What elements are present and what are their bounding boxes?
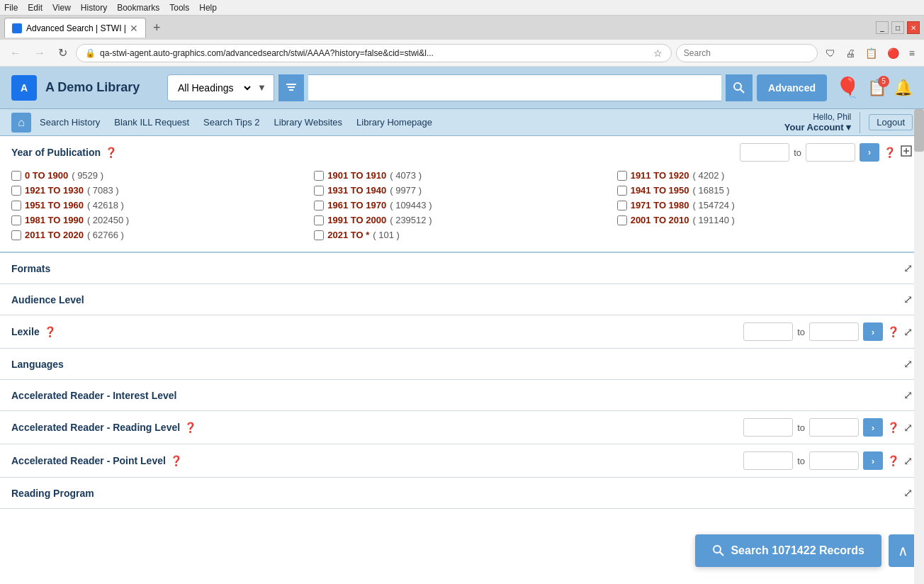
year-checkbox-1981-1990-input[interactable] [11, 215, 21, 225]
close-button[interactable]: ✕ [907, 21, 920, 34]
ar-point-range-help-icon[interactable]: ❓ [887, 455, 899, 466]
nav-library-homepage[interactable]: Library Homepage [351, 114, 438, 130]
year-checkbox-0-1900-input[interactable] [11, 171, 21, 181]
menu-history[interactable]: History [81, 3, 107, 13]
dropdown-chevron-icon: ▼ [257, 82, 266, 93]
year-go-button[interactable]: › [860, 143, 879, 162]
year-checkbox-1901-1910-input[interactable] [314, 171, 324, 181]
menu-tools[interactable]: Tools [169, 3, 189, 13]
ar-point-expand-icon[interactable]: ⤢ [903, 454, 913, 468]
menu-bookmarks[interactable]: Bookmarks [117, 3, 159, 13]
ar-reading-to-input[interactable] [809, 418, 859, 437]
ar-reading-from-input[interactable] [743, 418, 793, 437]
year-checkbox-1991-2000-input[interactable] [314, 215, 324, 225]
extension-icon[interactable]: 📋 [862, 46, 881, 60]
maximize-button[interactable]: □ [891, 21, 904, 34]
notification-wrapper[interactable]: 📋 5 [867, 79, 886, 97]
nav-search-history[interactable]: Search History [34, 114, 106, 130]
balloon-icon[interactable]: 🎈 [835, 76, 860, 99]
lexile-from-input[interactable] [743, 322, 793, 341]
menu-help[interactable]: Help [199, 3, 217, 13]
languages-header[interactable]: Languages ⤢ [0, 349, 924, 379]
search-text-input[interactable] [308, 74, 721, 101]
scrollbar-thumb[interactable] [914, 109, 924, 152]
logout-button[interactable]: Logout [869, 114, 913, 130]
year-range-help-icon[interactable]: ❓ [884, 147, 896, 158]
heading-dropdown[interactable]: All Headings Author Title Subject ▼ [167, 74, 274, 101]
address-bar[interactable]: 🔒 qa-stwi-agent.auto-graphics.com/advanc… [76, 44, 672, 62]
browser-tab-active[interactable]: Advanced Search | STWI | AAAA... ✕ [4, 18, 146, 38]
lexile-go-button[interactable]: › [863, 322, 883, 341]
advanced-button[interactable]: Advanced [757, 74, 827, 101]
nav-blank-ill[interactable]: Blank ILL Request [108, 114, 195, 130]
menu-edit[interactable]: Edit [28, 3, 43, 13]
year-collapse-button[interactable] [900, 145, 913, 160]
new-tab-button[interactable]: + [149, 21, 165, 35]
nav-library-websites[interactable]: Library Websites [269, 114, 349, 130]
ar-point-help-icon[interactable]: ❓ [170, 455, 182, 466]
year-checkbox-1921-1930-input[interactable] [11, 186, 21, 196]
home-button[interactable]: ⌂ [11, 113, 31, 133]
year-checkbox-1981-1990: 1981 TO 1990 ( 202450 ) [11, 215, 307, 225]
bell-icon[interactable]: 🔔 [894, 79, 913, 97]
search-magnifier-button[interactable] [726, 74, 753, 101]
ar-reading-range-help-icon[interactable]: ❓ [887, 422, 899, 433]
lexile-to-input[interactable] [809, 322, 859, 341]
year-from-input[interactable] [740, 143, 789, 162]
print-icon[interactable]: 🖨 [842, 46, 859, 60]
tab-close-icon[interactable]: ✕ [130, 23, 138, 34]
year-help-icon[interactable]: ❓ [105, 147, 117, 158]
heading-select[interactable]: All Headings Author Title Subject [175, 82, 253, 94]
year-checkbox-1961-1970-input[interactable] [314, 201, 324, 210]
ar-point-to-input[interactable] [809, 451, 859, 470]
reload-button[interactable]: ↻ [54, 45, 72, 61]
scroll-top-button[interactable]: ∧ [889, 534, 917, 567]
audience-level-header[interactable]: Audience Level ⤢ [0, 284, 924, 315]
year-checkbox-2001-2010-input[interactable] [617, 215, 627, 225]
forward-button[interactable]: → [30, 45, 50, 61]
minimize-button[interactable]: _ [876, 21, 889, 34]
account-link[interactable]: Your Account ▾ [784, 122, 851, 133]
reading-program-header[interactable]: Reading Program ⤢ [0, 478, 924, 508]
audience-level-title: Audience Level [11, 294, 84, 305]
ar-point-from-input[interactable] [743, 451, 793, 470]
menu-icon[interactable]: ≡ [906, 46, 918, 60]
menu-file[interactable]: File [4, 3, 18, 13]
lexile-help-icon[interactable]: ❓ [44, 326, 56, 337]
year-checkbox-2011-2020-input[interactable] [11, 230, 21, 240]
year-range-count: ( 239512 ) [390, 215, 432, 225]
ar-reading-expand-icon[interactable]: ⤢ [903, 421, 913, 434]
ar-point-controls: to › ❓ ⤢ [743, 451, 913, 470]
menu-view[interactable]: View [52, 3, 71, 13]
year-to-input[interactable] [806, 143, 855, 162]
scrollbar-area[interactable] [914, 109, 924, 584]
ar-point-go-button[interactable]: › [863, 451, 883, 470]
lexile-expand-icon[interactable]: ⤢ [903, 325, 913, 339]
year-checkbox-1941-1950-input[interactable] [617, 186, 627, 196]
ar-interest-header[interactable]: Accelerated Reader - Interest Level ⤢ [0, 380, 924, 410]
security-icon[interactable]: 🔴 [884, 46, 903, 60]
year-checkbox-2021-star-input[interactable] [314, 230, 324, 240]
ar-reading-header: Accelerated Reader - Reading Level ❓ to … [0, 411, 924, 444]
year-range-label: 1921 TO 1930 [25, 185, 84, 196]
svg-point-8 [714, 546, 721, 553]
lexile-range-help-icon[interactable]: ❓ [887, 326, 899, 337]
year-checkbox-1911-1920-input[interactable] [617, 171, 627, 181]
nav-search-tips[interactable]: Search Tips 2 [198, 114, 266, 130]
ar-reading-help-icon[interactable]: ❓ [184, 422, 196, 433]
year-grid-empty [617, 230, 913, 240]
shield-icon[interactable]: 🛡 [822, 46, 839, 60]
year-checkbox-1971-1980-input[interactable] [617, 201, 627, 210]
ar-reading-go-button[interactable]: › [863, 418, 883, 437]
year-range-count: ( 42618 ) [87, 200, 124, 210]
year-checkbox-1931-1940-input[interactable] [314, 186, 324, 196]
back-button[interactable]: ← [6, 45, 26, 61]
formats-section: Formats ⤢ [0, 253, 924, 284]
formats-title: Formats [11, 263, 50, 274]
browser-search-input[interactable] [676, 44, 818, 62]
search-records-button[interactable]: Search 1071422 Records [695, 534, 881, 567]
filter-icon-button[interactable] [278, 74, 304, 101]
formats-header[interactable]: Formats ⤢ [0, 253, 924, 283]
bookmark-star-icon[interactable]: ☆ [653, 47, 663, 59]
year-checkbox-1951-1960-input[interactable] [11, 201, 21, 210]
